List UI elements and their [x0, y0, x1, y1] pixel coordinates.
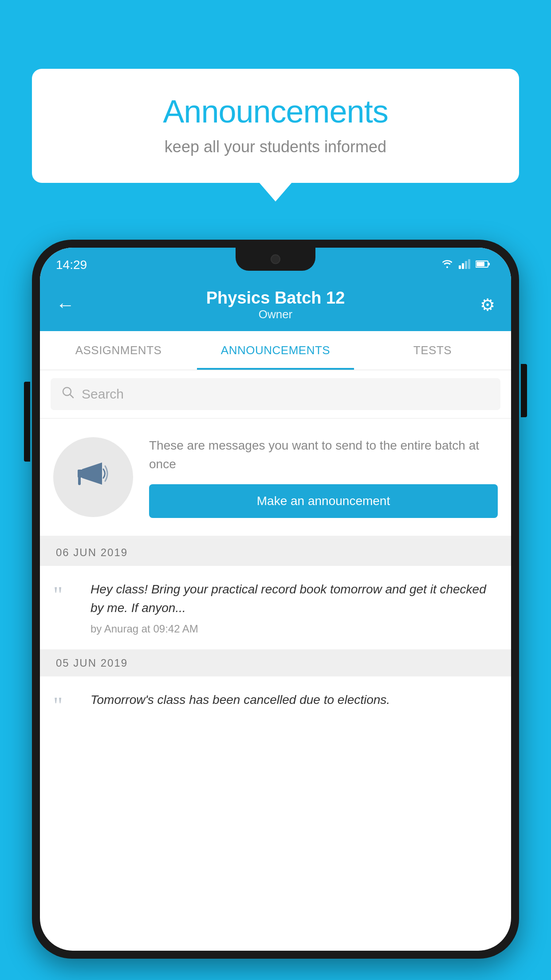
settings-icon[interactable]: ⚙ [464, 295, 495, 315]
search-input[interactable]: Search [82, 387, 124, 402]
announcement-content-2: Tomorrow's class has been cancelled due … [91, 691, 498, 715]
app-header: ← Physics Batch 12 Owner ⚙ [40, 279, 511, 331]
speech-bubble: Announcements keep all your students inf… [32, 69, 519, 183]
phone-mockup: 14:29 [32, 240, 519, 959]
svg-rect-5 [476, 262, 484, 266]
quote-icon-2: " [53, 694, 80, 717]
page-subtitle: keep all your students informed [59, 138, 492, 156]
announcement-icon-circle [53, 437, 133, 517]
phone-notch [236, 248, 315, 271]
announce-description: These are messages you want to send to t… [149, 436, 498, 474]
svg-line-8 [70, 395, 73, 398]
speech-bubble-section: Announcements keep all your students inf… [32, 69, 519, 183]
date-divider-1: 06 JUN 2019 [40, 539, 511, 566]
svg-rect-3 [468, 259, 470, 269]
svg-rect-2 [465, 261, 467, 269]
announcement-cta: These are messages you want to send to t… [40, 419, 511, 539]
phone-outer: 14:29 [32, 240, 519, 959]
announcement-item-2[interactable]: " Tomorrow's class has been cancelled du… [40, 676, 511, 731]
svg-marker-9 [82, 462, 102, 485]
make-announcement-button[interactable]: Make an announcement [149, 484, 498, 518]
quote-icon-1: " [53, 584, 80, 607]
search-icon [61, 386, 75, 403]
svg-rect-6 [488, 263, 490, 265]
announce-cta-right: These are messages you want to send to t… [149, 436, 498, 518]
battery-icon [476, 260, 490, 270]
megaphone-icon [73, 454, 113, 501]
back-button[interactable]: ← [56, 294, 87, 316]
tabs-bar: ASSIGNMENTS ANNOUNCEMENTS TESTS [40, 331, 511, 370]
announcement-meta-1: by Anurag at 09:42 AM [91, 623, 498, 635]
wifi-icon [441, 259, 453, 271]
status-icons [441, 259, 490, 271]
camera-icon [271, 254, 280, 264]
announcement-item-1[interactable]: " Hey class! Bring your practical record… [40, 566, 511, 650]
phone-screen: 14:29 [40, 248, 511, 951]
announcement-text-1: Hey class! Bring your practical record b… [91, 580, 498, 617]
search-bar[interactable]: Search [51, 378, 500, 410]
tab-tests[interactable]: TESTS [354, 331, 511, 370]
signal-icon [459, 259, 470, 271]
batch-role: Owner [87, 308, 464, 321]
batch-title: Physics Batch 12 [87, 288, 464, 308]
announcement-text-2: Tomorrow's class has been cancelled due … [91, 691, 498, 709]
announcement-content-1: Hey class! Bring your practical record b… [91, 580, 498, 635]
svg-rect-10 [78, 470, 84, 478]
svg-rect-0 [459, 265, 461, 269]
tab-assignments[interactable]: ASSIGNMENTS [40, 331, 197, 370]
search-container: Search [40, 370, 511, 419]
date-divider-2: 05 JUN 2019 [40, 650, 511, 676]
svg-rect-1 [462, 263, 464, 269]
page-title: Announcements [59, 93, 492, 130]
status-time: 14:29 [56, 258, 87, 272]
header-center: Physics Batch 12 Owner [87, 288, 464, 321]
tab-announcements[interactable]: ANNOUNCEMENTS [197, 331, 354, 370]
